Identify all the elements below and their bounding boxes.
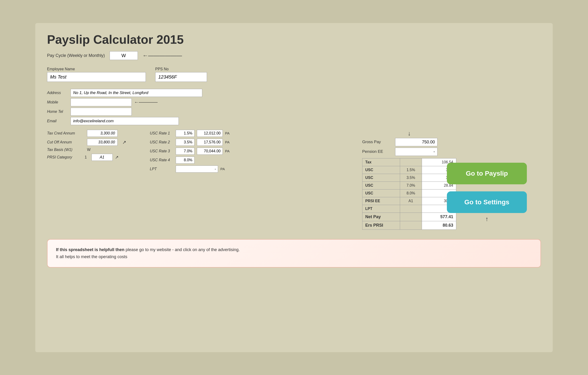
pension-label: Pension EE <box>362 149 390 154</box>
tax-settings-section: Tax Cred Annum Cut Off Annum ↗ Tax Basis… <box>47 130 126 230</box>
summary-table: Tax 106.54 USC 1.5% 3.47 USC 3.5% 3.75 U… <box>362 158 456 230</box>
summary-usc4-label: USC <box>362 189 400 197</box>
pension-row: Pension EE <box>362 148 456 156</box>
usc-rate1-amount[interactable] <box>197 130 223 137</box>
summary-usc3-label: USC <box>362 181 400 189</box>
summary-usc3-rate: 7.0% <box>400 181 422 189</box>
buttons-column: Go to Payslip Go to Settings ↑ <box>447 163 527 223</box>
usc-rate3-pa: PA <box>225 149 230 153</box>
address-input[interactable] <box>71 89 202 97</box>
usc-rate2-amount[interactable] <box>197 139 223 146</box>
summary-net-pay-rate <box>400 213 422 221</box>
employee-section: Employee Name PPS No <box>47 67 541 82</box>
pps-group: PPS No <box>155 67 207 82</box>
email-input[interactable] <box>71 117 179 125</box>
notice-line1-bold: If this spreadsheet is helpfull then <box>56 247 126 252</box>
usc-rate2-row: USC Rate 2 PA <box>150 139 230 146</box>
usc-rate4-row: USC Rate 4 <box>150 156 230 164</box>
address-label: Address <box>47 91 68 95</box>
summary-usc2-label: USC <box>362 174 400 181</box>
mobile-input[interactable] <box>71 98 132 106</box>
usc-rate2-label: USC Rate 2 <box>150 140 173 144</box>
pay-cycle-row: Pay Cycle (Weekly or Monthly) ←—————— <box>47 51 541 60</box>
arrow-up-settings: ↑ <box>447 215 527 223</box>
usc-rate4-input[interactable] <box>176 156 195 164</box>
mobile-label: Mobile <box>47 100 68 104</box>
go-to-payslip-button[interactable]: Go to Payslip <box>447 163 527 184</box>
lpt-row: LPT PA <box>150 166 230 173</box>
employee-name-input[interactable] <box>47 72 146 82</box>
notice-box: If this spreadsheet is helpfull then ple… <box>47 239 541 268</box>
home-tel-row: Home Tel <box>47 108 541 116</box>
summary-usc4-rate: 8.0% <box>400 189 422 197</box>
usc-rates-section: USC Rate 1 PA USC Rate 2 PA USC Rate 3 P… <box>150 130 230 230</box>
summary-usc1-label: USC <box>362 166 400 174</box>
usc-rate3-amount[interactable] <box>197 148 223 155</box>
notice-text: If this spreadsheet is helpfull then ple… <box>56 246 532 260</box>
summary-ers-label: Ers PRSI <box>362 221 400 229</box>
go-to-settings-button[interactable]: Go to Settings <box>447 191 527 213</box>
prsi-arrow-icon: ↗ <box>115 155 118 160</box>
usc-rate3-label: USC Rate 3 <box>150 149 173 153</box>
employee-name-label: Employee Name <box>47 67 146 71</box>
usc-rate1-input[interactable] <box>176 130 195 137</box>
email-row: Email <box>47 117 541 125</box>
home-tel-input[interactable] <box>71 108 132 116</box>
usc4-summary-row: USC 8.0% - <box>362 189 456 197</box>
prsi-cat-input[interactable] <box>92 154 113 161</box>
summary-prsi-rate: A1 <box>400 197 422 205</box>
summary-usc2-rate: 3.5% <box>400 174 422 181</box>
tax-cred-input[interactable] <box>87 130 118 137</box>
usc2-summary-row: USC 3.5% 3.75 <box>362 174 456 181</box>
prsi-category-row: PRSI Category 1 ↗ <box>47 154 126 161</box>
lpt-pa: PA <box>220 167 225 171</box>
pay-cycle-label: Pay Cycle (Weekly or Monthly) <box>47 53 105 58</box>
cut-off-label: Cut Off Annum <box>47 140 82 144</box>
settings-button-wrapper: Go to Settings ↑ <box>447 191 527 223</box>
lpt-input[interactable] <box>176 166 218 173</box>
usc-rate3-input[interactable] <box>176 148 195 155</box>
gross-pay-row: Gross Pay <box>362 138 456 146</box>
email-label: Email <box>47 119 68 123</box>
address-section: Address Mobile ←———— Home Tel Email <box>47 89 541 125</box>
employee-name-group: Employee Name <box>47 67 146 82</box>
summary-usc1-rate: 1.5% <box>400 166 422 174</box>
arrow-left-icon: ←—————— <box>143 52 182 59</box>
cut-off-row: Cut Off Annum ↗ <box>47 139 126 146</box>
usc-rate1-row: USC Rate 1 PA <box>150 130 230 137</box>
page-title: Payslip Calculator 2015 <box>47 32 541 47</box>
cut-off-arrow-icon: ↗ <box>122 139 126 145</box>
summary-tax-rate <box>400 158 422 166</box>
pension-input[interactable] <box>395 148 438 156</box>
tax-basis-value: W <box>87 148 101 152</box>
usc-rate2-pa: PA <box>225 140 230 144</box>
gross-pay-input[interactable] <box>395 138 438 146</box>
pps-label: PPS No <box>155 67 207 71</box>
usc-rate1-label: USC Rate 1 <box>150 131 173 135</box>
prsi-summary-row: PRSI EE A1 30.00 <box>362 197 456 205</box>
usc-rate2-input[interactable] <box>176 139 195 146</box>
summary-lpt-label: LPT <box>362 205 400 213</box>
summary-ers-rate <box>400 221 422 229</box>
tax-cred-row: Tax Cred Annum <box>47 130 126 137</box>
arrow-left-mobile-icon: ←———— <box>134 99 158 105</box>
summary-lpt-rate <box>400 205 422 213</box>
net-pay-summary-row: Net Pay 577.41 <box>362 213 456 221</box>
lpt-label: LPT <box>150 167 173 171</box>
pay-cycle-input[interactable] <box>110 51 138 60</box>
mobile-row: Mobile ←———— <box>47 98 541 106</box>
tax-basis-label: Tax Basis (W1) <box>47 148 82 152</box>
tax-basis-row: Tax Basis (W1) W <box>47 148 126 152</box>
usc3-summary-row: USC 7.0% 28.84 <box>362 181 456 189</box>
arrow-down-gross: ↓ <box>362 130 456 137</box>
pps-input[interactable] <box>155 72 207 82</box>
prsi-cat-num: 1 <box>85 155 87 159</box>
usc-rate3-row: USC Rate 3 PA <box>150 148 230 155</box>
tax-cred-label: Tax Cred Annum <box>47 131 82 135</box>
cut-off-input[interactable] <box>87 139 118 146</box>
tax-summary-row: Tax 106.54 <box>362 158 456 166</box>
summary-net-pay-label: Net Pay <box>362 213 400 221</box>
usc-rate4-label: USC Rate 4 <box>150 158 173 162</box>
usc1-summary-row: USC 1.5% 3.47 <box>362 166 456 174</box>
lpt-summary-row: LPT - <box>362 205 456 213</box>
